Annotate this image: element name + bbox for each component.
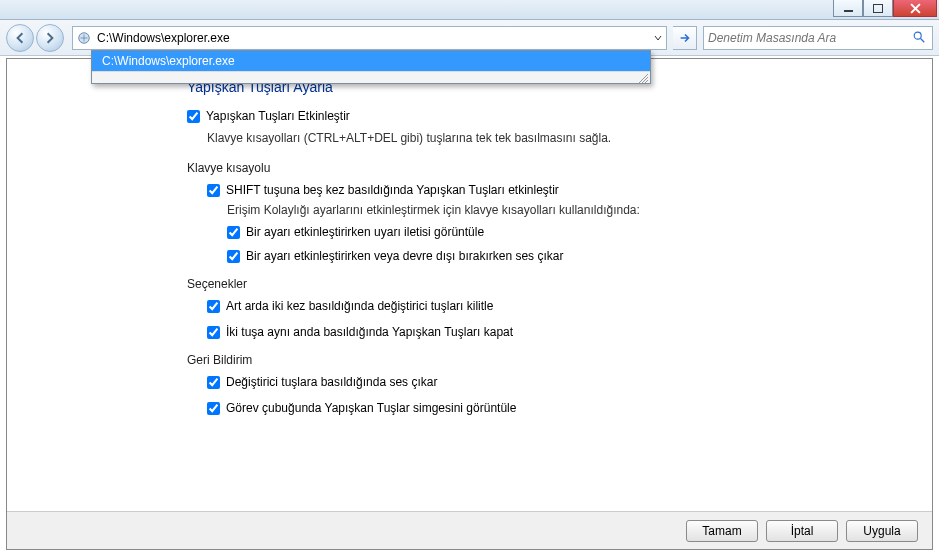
search-icon: [912, 30, 928, 46]
minimize-button[interactable]: [833, 0, 863, 17]
suggestion-resize-grip[interactable]: [92, 71, 650, 83]
shift5-label: SHIFT tuşuna beş kez basıldığında Yapışk…: [226, 183, 559, 197]
content-area: Yapışkan Tuşları Ayarla Yapışkan Tuşları…: [7, 59, 932, 511]
search-input[interactable]: [708, 31, 912, 45]
title-bar: [0, 0, 939, 20]
sound-on-toggle-label: Bir ayarı etkinleştirirken veya devre dı…: [246, 249, 563, 263]
search-box: [703, 26, 933, 50]
sound-on-modifier-row: Değiştirici tuşlara basıldığında ses çık…: [207, 375, 902, 389]
svg-point-1: [914, 32, 921, 39]
back-button[interactable]: [6, 24, 34, 52]
address-suggestions: C:\Windows\explorer.exe: [91, 50, 651, 84]
lock-modifier-label: Art arda iki kez basıldığında değiştiric…: [226, 299, 493, 313]
sound-on-toggle-row: Bir ayarı etkinleştirirken veya devre dı…: [227, 249, 902, 263]
cancel-button[interactable]: İptal: [766, 520, 838, 542]
warn-on-enable-row: Bir ayarı etkinleştirirken uyarı iletisi…: [227, 225, 902, 239]
address-bar: C:\Windows\explorer.exe: [72, 26, 667, 50]
enable-sticky-checkbox[interactable]: [187, 110, 200, 123]
close-button[interactable]: [893, 0, 937, 17]
enable-sticky-row: Yapışkan Tuşları Etkinleştir: [187, 109, 902, 123]
warn-on-enable-label: Bir ayarı etkinleştirirken uyarı iletisi…: [246, 225, 484, 239]
shortcut-section-label: Klavye kısayolu: [187, 161, 902, 175]
shift5-checkbox[interactable]: [207, 184, 220, 197]
forward-button[interactable]: [36, 24, 64, 52]
lock-modifier-checkbox[interactable]: [207, 300, 220, 313]
address-input[interactable]: [95, 27, 650, 49]
two-keys-off-checkbox[interactable]: [207, 326, 220, 339]
content-frame: Yapışkan Tuşları Ayarla Yapışkan Tuşları…: [6, 58, 933, 550]
maximize-button[interactable]: [863, 0, 893, 17]
ok-button[interactable]: Tamam: [686, 520, 758, 542]
enable-sticky-label: Yapışkan Tuşları Etkinleştir: [206, 109, 350, 123]
two-keys-off-row: İki tuşa aynı anda basıldığında Yapışkan…: [207, 325, 902, 339]
button-bar: Tamam İptal Uygula: [7, 511, 932, 549]
address-suggestion-item[interactable]: C:\Windows\explorer.exe: [92, 51, 650, 71]
sound-on-modifier-checkbox[interactable]: [207, 376, 220, 389]
options-section-label: Seçenekler: [187, 277, 902, 291]
address-dropdown-button[interactable]: [650, 27, 666, 49]
shortcut-description: Erişim Kolaylığı ayarlarını etkinleştirm…: [227, 203, 902, 217]
two-keys-off-label: İki tuşa aynı anda basıldığında Yapışkan…: [226, 325, 513, 339]
sound-on-modifier-label: Değiştirici tuşlara basıldığında ses çık…: [226, 375, 437, 389]
taskbar-icon-row: Görev çubuğunda Yapışkan Tuşlar simgesin…: [207, 401, 902, 415]
window-controls: [833, 0, 937, 17]
navigation-bar: C:\Windows\explorer.exe: [0, 20, 939, 56]
apply-button[interactable]: Uygula: [846, 520, 918, 542]
enable-sticky-description: Klavye kısayolları (CTRL+ALT+DEL gibi) t…: [207, 131, 902, 145]
taskbar-icon-checkbox[interactable]: [207, 402, 220, 415]
lock-modifier-row: Art arda iki kez basıldığında değiştiric…: [207, 299, 902, 313]
taskbar-icon-label: Görev çubuğunda Yapışkan Tuşlar simgesin…: [226, 401, 516, 415]
go-button[interactable]: [673, 26, 697, 50]
sound-on-toggle-checkbox[interactable]: [227, 250, 240, 263]
address-icon: [76, 30, 92, 46]
warn-on-enable-checkbox[interactable]: [227, 226, 240, 239]
feedback-section-label: Geri Bildirim: [187, 353, 902, 367]
nav-buttons: [6, 24, 66, 52]
shift5-row: SHIFT tuşuna beş kez basıldığında Yapışk…: [207, 183, 902, 197]
